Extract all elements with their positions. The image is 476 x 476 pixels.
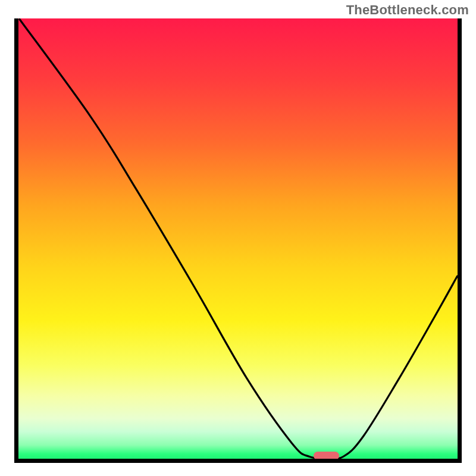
chart-canvas: TheBottleneck.com (0, 0, 476, 476)
watermark-text: TheBottleneck.com (346, 2, 469, 18)
optimal-marker (314, 452, 339, 460)
curve-path (20, 20, 458, 459)
bottleneck-curve (14, 18, 462, 463)
